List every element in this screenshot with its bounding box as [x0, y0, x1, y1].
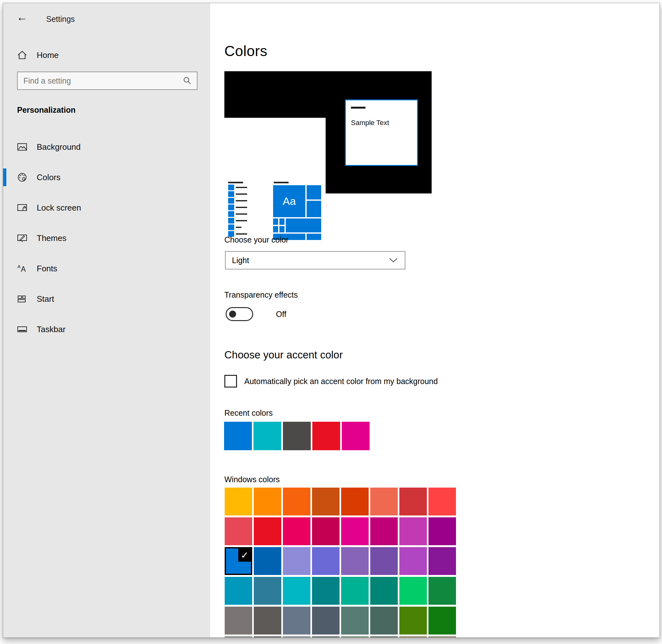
taskbar-icon — [17, 324, 27, 335]
app-title: Settings — [46, 15, 75, 24]
windows-color-swatch[interactable] — [370, 518, 398, 545]
windows-color-swatch[interactable] — [254, 607, 281, 635]
windows-color-swatch[interactable] — [370, 607, 398, 635]
windows-color-swatch[interactable] — [399, 637, 427, 637]
windows-color-swatch[interactable] — [225, 637, 252, 637]
windows-color-swatch[interactable] — [370, 577, 398, 605]
windows-color-swatch[interactable] — [370, 547, 398, 575]
sidebar-item-themes[interactable]: Themes — [3, 229, 210, 247]
windows-color-swatch[interactable] — [312, 637, 339, 637]
windows-color-swatch[interactable] — [341, 577, 369, 605]
recent-colors-label: Recent colors — [224, 409, 273, 418]
windows-color-swatch[interactable] — [428, 637, 456, 637]
preview-menu-dash — [236, 233, 247, 235]
windows-color-swatch[interactable] — [399, 518, 427, 545]
preview-tile — [273, 218, 278, 225]
windows-color-swatch[interactable] — [428, 577, 456, 605]
preview-menu-row — [228, 218, 247, 224]
windows-color-swatch[interactable] — [254, 577, 281, 605]
preview-tile — [273, 226, 278, 232]
preview-menu-row — [228, 205, 247, 210]
windows-color-swatch[interactable] — [254, 547, 281, 575]
windows-color-swatch[interactable] — [283, 607, 310, 635]
sidebar-item-lock-screen[interactable]: Lock screen — [3, 199, 210, 216]
windows-color-swatch[interactable] — [341, 607, 369, 635]
recent-colors-row — [224, 422, 370, 450]
transparency-toggle[interactable] — [226, 307, 253, 321]
auto-accent-checkbox[interactable] — [224, 375, 237, 388]
windows-color-swatch[interactable] — [399, 577, 427, 605]
windows-color-swatch[interactable] — [225, 607, 252, 635]
windows-color-swatch[interactable] — [428, 518, 456, 545]
windows-color-swatch[interactable] — [341, 518, 369, 545]
sidebar-item-label: Home — [37, 50, 58, 60]
windows-color-swatch[interactable] — [283, 547, 310, 575]
color-mode-dropdown[interactable]: Light — [225, 251, 405, 270]
windows-color-swatch[interactable]: ✓ — [225, 547, 252, 575]
windows-color-swatch[interactable] — [312, 518, 339, 545]
transparency-label: Transparency effects — [224, 290, 298, 300]
sidebar-item-home[interactable]: Home — [3, 46, 210, 64]
windows-color-swatch[interactable] — [225, 488, 252, 515]
windows-color-swatch[interactable] — [254, 518, 281, 545]
windows-color-swatch[interactable] — [225, 577, 252, 605]
windows-color-swatch[interactable] — [399, 607, 427, 635]
preview-mini-menu — [228, 185, 247, 238]
windows-color-swatch[interactable] — [283, 518, 310, 545]
screen: ← Settings Home Personalization Backgrou… — [0, 0, 662, 644]
windows-color-swatch[interactable] — [312, 488, 339, 515]
windows-color-swatch[interactable] — [428, 547, 456, 575]
search-box[interactable] — [17, 72, 197, 90]
search-icon[interactable] — [183, 76, 192, 85]
preview-tiles-heading-dash — [274, 182, 289, 183]
windows-color-swatch[interactable] — [225, 518, 252, 545]
windows-color-swatch[interactable] — [370, 637, 398, 637]
theme-preview: Aa Sample Text — [224, 71, 432, 193]
windows-color-swatch[interactable] — [283, 488, 310, 515]
sidebar-item-start[interactable]: Start — [3, 290, 210, 308]
dropdown-value: Light — [226, 256, 389, 265]
back-arrow-icon[interactable]: ← — [17, 12, 28, 23]
windows-color-swatch[interactable] — [341, 637, 369, 637]
windows-color-swatch[interactable] — [312, 577, 339, 605]
svg-text:A: A — [21, 265, 26, 273]
sidebar-item-label: Start — [37, 294, 54, 304]
preview-menu-row — [228, 211, 247, 217]
recent-color-swatch[interactable] — [224, 422, 252, 450]
transparency-toggle-row: Off — [226, 307, 286, 321]
preview-sample-text: Sample Text — [351, 119, 389, 127]
recent-color-swatch[interactable] — [283, 422, 311, 450]
page-title: Colors — [224, 42, 267, 60]
preview-menu-dash — [236, 200, 247, 201]
main-content: Colors Aa — [210, 3, 660, 637]
windows-color-swatch[interactable] — [254, 637, 281, 637]
sidebar-item-colors[interactable]: Colors — [3, 168, 210, 186]
sidebar-item-taskbar[interactable]: Taskbar — [3, 320, 210, 338]
windows-color-swatch[interactable] — [312, 607, 339, 635]
windows-color-swatch[interactable] — [428, 607, 456, 635]
preview-tile — [307, 201, 321, 217]
auto-accent-checkbox-label: Automatically pick an accent color from … — [244, 377, 438, 386]
preview-sample-card: Sample Text — [345, 99, 418, 166]
recent-color-swatch[interactable] — [342, 422, 370, 450]
windows-color-swatch[interactable] — [370, 488, 398, 515]
windows-color-swatch[interactable] — [341, 488, 369, 515]
search-input[interactable] — [18, 76, 183, 86]
preview-menu-dash — [236, 227, 241, 228]
sidebar-item-background[interactable]: Background — [3, 138, 210, 156]
sidebar-item-fonts[interactable]: AAFonts — [3, 260, 210, 277]
recent-color-swatch[interactable] — [312, 422, 340, 450]
themes-icon — [17, 233, 27, 244]
recent-color-swatch[interactable] — [254, 422, 281, 450]
windows-color-swatch[interactable] — [283, 577, 310, 605]
preview-menu-dash — [236, 187, 247, 188]
preview-menu-row — [228, 198, 247, 204]
windows-color-swatch[interactable] — [428, 488, 456, 515]
auto-accent-checkbox-row[interactable]: Automatically pick an accent color from … — [224, 375, 438, 388]
windows-color-swatch[interactable] — [399, 547, 427, 575]
windows-color-swatch[interactable] — [312, 547, 339, 575]
windows-color-swatch[interactable] — [283, 637, 310, 637]
windows-color-swatch[interactable] — [399, 488, 427, 515]
windows-color-swatch[interactable] — [341, 547, 369, 575]
windows-color-swatch[interactable] — [254, 488, 281, 515]
